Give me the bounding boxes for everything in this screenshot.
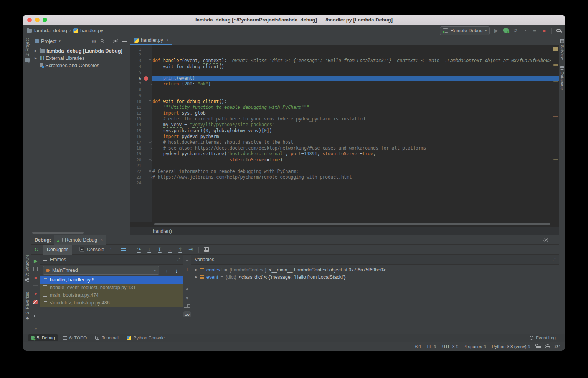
- code-area[interactable]: 123def handler(event, context): event: <…: [130, 45, 559, 222]
- tab-debugger[interactable]: Debugger: [43, 245, 72, 255]
- close-tab-icon[interactable]: ×: [166, 38, 169, 43]
- tab-remote-debug-session[interactable]: Remote Debug ×: [54, 235, 106, 245]
- gutter-cell[interactable]: 22: [130, 169, 152, 174]
- gutter-cell[interactable]: 1: [130, 46, 152, 52]
- move-watch-up-icon[interactable]: ▲: [185, 285, 190, 291]
- close-session-icon[interactable]: ×: [100, 237, 103, 243]
- gutter-cell[interactable]: 24: [130, 180, 152, 186]
- status-item-6-1[interactable]: 6:1: [415, 344, 421, 349]
- titlebar[interactable]: lambda_debug [~/PycharmProjects/lambda_d…: [23, 15, 565, 25]
- mute-breakpoints-icon[interactable]: [33, 300, 38, 304]
- gutter-cell[interactable]: 15: [130, 128, 152, 134]
- menu-icon[interactable]: ≡: [185, 256, 190, 263]
- rerun-debug-icon[interactable]: ↻: [34, 247, 39, 253]
- gutter-cell[interactable]: 17: [130, 140, 152, 145]
- code-line[interactable]: 6 print(event): [130, 76, 559, 81]
- next-frame-icon[interactable]: ↓: [174, 267, 179, 273]
- tool-tab-1-project[interactable]: 1: Project: [25, 38, 30, 62]
- frame-row[interactable]: handle_event_request, bootstrap.py:131: [40, 284, 183, 291]
- frame-row[interactable]: handler, handler.py:6: [40, 276, 183, 284]
- reader-mode-icon[interactable]: [545, 344, 550, 348]
- run-to-cursor-icon[interactable]: ⇥: [188, 247, 193, 253]
- project-tree-item[interactable]: Scratches and Consoles: [31, 62, 130, 69]
- fold-marker-icon[interactable]: [149, 59, 151, 62]
- step-out-icon[interactable]: ↥: [178, 247, 183, 253]
- hide-debug-panel-icon[interactable]: —: [551, 237, 556, 243]
- previous-frame-icon[interactable]: ↑: [164, 267, 169, 273]
- expand-chevron-icon[interactable]: ▶: [194, 275, 198, 279]
- toolwindow-button-6-todo[interactable]: 6: TODO: [61, 334, 90, 341]
- run-with-configuration-icon[interactable]: ≡: [532, 28, 537, 34]
- pause-program-icon[interactable]: [33, 267, 38, 271]
- fold-marker-icon[interactable]: [149, 140, 152, 143]
- status-item-4-spaces[interactable]: 4 spaces⇅: [464, 344, 486, 349]
- gutter-cell[interactable]: 9: [130, 93, 152, 99]
- code-line[interactable]: 23# https://www.jetbrains.com/help/pycha…: [130, 174, 559, 180]
- duplicate-watch-icon[interactable]: [185, 304, 190, 308]
- code-line[interactable]: 9: [130, 93, 559, 99]
- locate-icon[interactable]: ⊕: [91, 38, 97, 44]
- code-line[interactable]: 11 """Utility function to enable debuggi…: [130, 105, 559, 110]
- code-line[interactable]: 8: [130, 87, 559, 93]
- event-log-button[interactable]: Event Log: [530, 335, 556, 340]
- pin-icon[interactable]: →*: [175, 257, 180, 261]
- toolwindow-button-terminal[interactable]: Terminal: [92, 334, 121, 341]
- code-line[interactable]: 7 return {200: "ok"}: [130, 81, 559, 87]
- hide-panel-icon[interactable]: —: [122, 38, 127, 44]
- remove-watch-icon[interactable]: −: [185, 276, 190, 282]
- gutter-cell[interactable]: 23: [130, 174, 152, 180]
- gutter-cell[interactable]: 13: [130, 116, 152, 122]
- gutter-cell[interactable]: 12: [130, 110, 152, 116]
- fold-marker-icon[interactable]: [149, 83, 152, 86]
- expand-chevron-icon[interactable]: ▶: [194, 268, 198, 271]
- fold-marker-icon[interactable]: [149, 170, 151, 173]
- gutter-cell[interactable]: 11: [130, 105, 152, 110]
- fold-marker-icon[interactable]: [149, 176, 152, 179]
- tool-tab-database[interactable]: Database: [560, 66, 565, 90]
- thread-selector[interactable]: MainThread ▾: [43, 266, 159, 275]
- gutter-cell[interactable]: 2: [130, 52, 152, 58]
- more-options-icon[interactable]: »: [33, 325, 38, 331]
- search-everywhere-icon[interactable]: [556, 29, 561, 32]
- collapse-all-icon[interactable]: [100, 39, 106, 43]
- variable-row[interactable]: ▶event={dict}<class 'dict'>: {'message':…: [191, 273, 559, 281]
- code-line[interactable]: 12 import sys, glob: [130, 110, 559, 116]
- stop-icon[interactable]: ■: [542, 28, 547, 34]
- gutter-cell[interactable]: 4: [130, 64, 152, 70]
- variable-row[interactable]: ▶context={LambdaContext}<__main__.Lambda…: [191, 266, 559, 273]
- step-over-icon[interactable]: ↷: [136, 247, 142, 253]
- editor-breadcrumb[interactable]: handler(): [153, 228, 172, 234]
- toolwindow-panels-icon[interactable]: [26, 345, 30, 348]
- stop-icon[interactable]: ■: [33, 274, 38, 281]
- frame-row[interactable]: main, bootstrap.py:474: [40, 291, 183, 299]
- toolwindow-button-5-debug[interactable]: 5: Debug: [28, 334, 58, 341]
- fold-marker-icon[interactable]: [149, 147, 152, 150]
- resume-program-icon[interactable]: ▶: [33, 258, 38, 264]
- sync-status-icon[interactable]: ⇄?: [554, 343, 560, 350]
- status-item-python-3-8-venv[interactable]: Python 3.8 (venv)⇅: [492, 344, 531, 349]
- code-line[interactable]: 16 import pydevd_pycharm: [130, 134, 559, 140]
- code-line[interactable]: 17 # host.docker.internal should resolve…: [130, 140, 559, 145]
- code-line[interactable]: 21: [130, 163, 559, 169]
- project-panel-title[interactable]: Project: [41, 38, 56, 44]
- code-line[interactable]: 18 # see also: https://docs.docker.com/d…: [130, 145, 559, 151]
- tab-handler-py[interactable]: handler.py ×: [130, 36, 172, 45]
- step-into-icon[interactable]: ↓: [147, 247, 152, 253]
- breadcrumb-file[interactable]: handler.py: [80, 28, 103, 33]
- code-line[interactable]: 5: [130, 70, 559, 76]
- show-watches-icon[interactable]: OO: [183, 311, 190, 317]
- gutter-cell[interactable]: 5: [130, 70, 152, 76]
- run-icon[interactable]: ▶: [494, 28, 499, 34]
- add-watch-icon[interactable]: +: [185, 266, 190, 272]
- evaluate-expression-icon[interactable]: [204, 247, 209, 252]
- pin-icon[interactable]: →*: [551, 257, 555, 261]
- fold-marker-icon[interactable]: [149, 100, 151, 103]
- project-scrollbar[interactable]: [32, 232, 84, 234]
- code-line[interactable]: 10def wait_for_debug_client():: [130, 99, 559, 105]
- status-item-lf[interactable]: LF⇅: [427, 344, 436, 349]
- profiler-icon[interactable]: ◔: [522, 28, 528, 34]
- move-watch-down-icon[interactable]: ▼: [185, 295, 190, 301]
- settings-gear-icon[interactable]: [113, 39, 118, 43]
- code-line[interactable]: 20 stderrToServer=True): [130, 157, 559, 163]
- gutter-cell[interactable]: 3: [130, 58, 152, 64]
